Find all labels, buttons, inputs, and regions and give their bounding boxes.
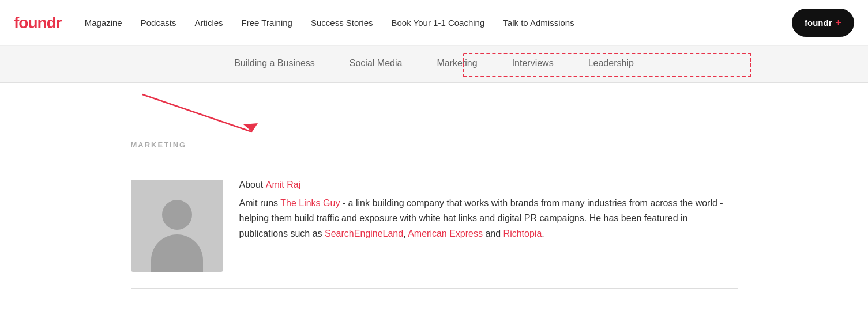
bio-start: Amit runs [239, 198, 281, 208]
nav-links: Magazine Podcasts Articles Free Training… [85, 18, 792, 28]
avatar-body [151, 234, 203, 272]
tab-marketing[interactable]: Marketing [437, 58, 477, 71]
bio-end-prefix: and [483, 229, 503, 238]
section-label: MARKETING [131, 141, 738, 149]
author-bio: About Amit Raj Amit runs The Links Guy -… [239, 180, 738, 241]
author-card: About Amit Raj Amit runs The Links Guy -… [131, 168, 738, 286]
nav-podcasts[interactable]: Podcasts [141, 18, 176, 28]
company-link[interactable]: The Links Guy [280, 198, 340, 208]
section-bottom-divider [131, 288, 738, 289]
nav-magazine[interactable]: Magazine [85, 18, 122, 28]
about-prefix: About [239, 180, 266, 189]
svg-marker-1 [243, 123, 258, 132]
bio-sep: , [403, 229, 408, 238]
nav-free-training[interactable]: Free Training [242, 18, 292, 28]
avatar-placeholder [131, 180, 223, 272]
richtopia-link[interactable]: Richtopia [503, 229, 542, 238]
nav-admissions[interactable]: Talk to Admissions [503, 18, 574, 28]
nav-success-stories[interactable]: Success Stories [311, 18, 373, 28]
tab-interviews[interactable]: Interviews [512, 58, 554, 71]
author-about-line: About Amit Raj [239, 180, 738, 190]
annotation-area [131, 89, 738, 135]
section-top-divider [131, 154, 738, 154]
cta-button[interactable]: foundr+ [792, 9, 854, 37]
avatar-head [162, 200, 192, 230]
cta-label: foundr [805, 18, 832, 28]
american-express-link[interactable]: American Express [408, 229, 483, 238]
main-content: MARKETING About Amit Raj Amit runs The L… [117, 89, 751, 289]
svg-line-0 [142, 94, 252, 132]
logo[interactable]: foundr [14, 14, 62, 32]
author-name-link[interactable]: Amit Raj [266, 180, 300, 189]
author-description: Amit runs The Links Guy - a link buildin… [239, 196, 738, 241]
tab-social-media[interactable]: Social Media [350, 58, 403, 71]
secondary-navigation: Building a Business Social Media Marketi… [0, 46, 868, 83]
tab-building-a-business[interactable]: Building a Business [234, 58, 315, 71]
red-arrow-annotation [131, 89, 281, 141]
nav-coaching[interactable]: Book Your 1-1 Coaching [392, 18, 485, 28]
author-avatar [131, 180, 223, 272]
searchengineland-link[interactable]: SearchEngineLand [325, 229, 403, 238]
tab-leadership[interactable]: Leadership [588, 58, 634, 71]
top-navigation: foundr Magazine Podcasts Articles Free T… [0, 0, 868, 46]
nav-articles[interactable]: Articles [194, 18, 223, 28]
cta-plus-icon: + [835, 17, 841, 29]
bio-period: . [542, 229, 544, 238]
